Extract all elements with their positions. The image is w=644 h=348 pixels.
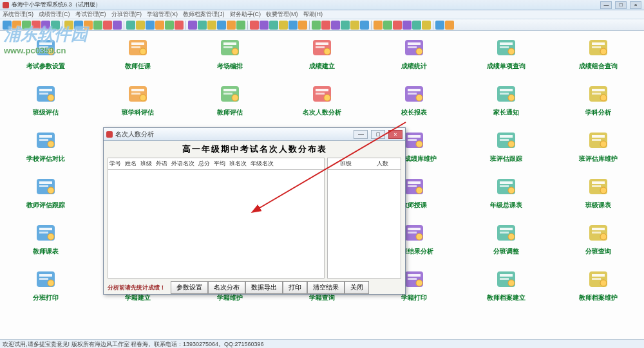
teacher-file-create-item[interactable]: 教师档案建立 xyxy=(460,268,552,314)
principal-report-item[interactable]: 校长报表 xyxy=(368,82,460,129)
toolbar-button[interactable] xyxy=(175,21,184,30)
toolbar-button[interactable] xyxy=(374,21,383,30)
svg-rect-129 xyxy=(592,274,605,277)
score-create-item[interactable]: 成绩建立 xyxy=(276,36,368,82)
toolbar-button[interactable] xyxy=(165,21,174,30)
toolbar-button[interactable] xyxy=(289,21,298,30)
close-button[interactable]: × xyxy=(630,1,641,9)
toolbar-button[interactable] xyxy=(445,21,454,30)
teacher-eval-item[interactable]: 教师评估 xyxy=(184,82,276,129)
toolbar-button[interactable] xyxy=(250,21,259,30)
school-compare-item[interactable]: 学校评估对比 xyxy=(0,129,92,175)
toolbar-button[interactable] xyxy=(402,21,412,30)
toolbar-button[interactable] xyxy=(198,21,207,30)
toolbar-button[interactable] xyxy=(236,21,245,30)
svg-point-35 xyxy=(140,95,146,101)
toolbar-button[interactable] xyxy=(217,21,226,30)
menu-item[interactable]: 分班管理(F) xyxy=(111,10,142,19)
toolbar-button[interactable] xyxy=(207,21,216,30)
menu-item[interactable]: 教师档案管理(J) xyxy=(183,10,225,19)
menu-item[interactable]: 成绩管理(C) xyxy=(39,10,70,19)
toolbar-button[interactable] xyxy=(84,21,93,30)
menu-item[interactable]: 收费管理(M) xyxy=(266,10,298,19)
svg-point-91 xyxy=(48,234,54,240)
class-eval-item[interactable]: 班级评估 xyxy=(0,82,92,129)
toolbar-button[interactable] xyxy=(341,21,350,30)
icon-label: 名次人数分析 xyxy=(303,108,341,117)
teacher-track-item[interactable]: 教师评估跟踪 xyxy=(0,175,92,221)
dialog-关闭-button[interactable]: 关闭 xyxy=(345,281,369,294)
toolbar-button[interactable] xyxy=(360,21,369,30)
score-single-query-item[interactable]: 成绩单项查询 xyxy=(460,36,552,82)
exam-params-item[interactable]: 考试参数设置 xyxy=(0,36,92,82)
divide-print-item[interactable]: 分班打印 xyxy=(0,268,92,314)
dialog-maximize-button[interactable]: □ xyxy=(371,130,385,139)
toolbar-button[interactable] xyxy=(64,21,73,30)
toolbar-button[interactable] xyxy=(422,21,431,30)
toolbar-button[interactable] xyxy=(113,21,122,30)
toolbar-button[interactable] xyxy=(260,21,269,30)
menu-item[interactable]: 系统管理(S) xyxy=(3,10,33,19)
class-track-item[interactable]: 班评估跟踪 xyxy=(460,129,552,175)
toolbar-button[interactable] xyxy=(146,21,155,30)
dialog-名次分布-button[interactable]: 名次分布 xyxy=(208,281,245,294)
toolbar-button[interactable] xyxy=(188,21,197,30)
score-stats-icon xyxy=(402,36,426,59)
menu-item[interactable]: 财务助手(C) xyxy=(230,10,261,19)
toolbar-button[interactable] xyxy=(435,21,444,30)
toolbar-button[interactable] xyxy=(41,21,50,30)
toolbar-button[interactable] xyxy=(227,21,236,30)
svg-rect-34 xyxy=(131,93,140,95)
dialog-打印-button[interactable]: 打印 xyxy=(283,281,307,294)
svg-rect-125 xyxy=(500,274,513,277)
toolbar-button[interactable] xyxy=(51,21,60,30)
minimize-button[interactable]: — xyxy=(600,1,612,9)
toolbar-button[interactable] xyxy=(136,21,145,30)
grade-schedule-item[interactable]: 年级总课表 xyxy=(460,175,552,221)
toolbar-button[interactable] xyxy=(32,21,41,30)
toolbar-button[interactable] xyxy=(74,21,83,30)
dialog-参数设置-button[interactable]: 参数设置 xyxy=(171,281,208,294)
teacher-file-maintain-item[interactable]: 教师档案维护 xyxy=(552,268,644,314)
dialog-minimize-button[interactable]: — xyxy=(354,130,368,139)
toolbar-button[interactable] xyxy=(312,21,321,30)
toolbar-button[interactable] xyxy=(350,21,359,30)
toolbar-button[interactable] xyxy=(269,21,278,30)
teacher-assign-item[interactable]: 教师任课 xyxy=(92,36,184,82)
toolbar-button[interactable] xyxy=(279,21,288,30)
maximize-button[interactable]: □ xyxy=(615,1,627,9)
score-stats-item[interactable]: 成绩统计 xyxy=(368,36,460,82)
toolbar-button[interactable] xyxy=(93,21,102,30)
toolbar-button[interactable] xyxy=(126,21,135,30)
parent-notice-item[interactable]: 家长通知 xyxy=(460,82,552,129)
toolbar-button[interactable] xyxy=(3,21,12,30)
class-schedule-item[interactable]: 班级课表 xyxy=(552,175,644,221)
svg-rect-33 xyxy=(131,89,144,91)
class-eval-db-item[interactable]: 班评估库维护 xyxy=(552,129,644,175)
score-combo-query-item[interactable]: 成绩组合查询 xyxy=(552,36,644,82)
toolbar-button[interactable] xyxy=(331,21,340,30)
toolbar-button[interactable] xyxy=(155,21,164,30)
toolbar-button[interactable] xyxy=(383,21,392,30)
class-subject-eval-item[interactable]: 班学科评估 xyxy=(92,82,184,129)
exam-room-item[interactable]: 考场编排 xyxy=(184,36,276,82)
toolbar-button[interactable] xyxy=(412,21,421,30)
toolbar-button[interactable] xyxy=(103,21,112,30)
toolbar-button[interactable] xyxy=(321,21,330,30)
dialog-close-button[interactable]: × xyxy=(388,130,402,139)
subject-analysis-item[interactable]: 学科分析 xyxy=(552,82,644,129)
menu-item[interactable]: 帮助(H) xyxy=(303,10,323,19)
menu-item[interactable]: 学籍管理(X) xyxy=(147,10,178,19)
toolbar-button[interactable] xyxy=(22,21,31,30)
rank-count-item[interactable]: 名次人数分析 xyxy=(276,82,368,129)
toolbar-button[interactable] xyxy=(393,21,402,30)
teacher-schedule-item[interactable]: 教师课表 xyxy=(0,221,92,268)
menu-item[interactable]: 考试管理(E) xyxy=(75,10,106,19)
svg-rect-22 xyxy=(500,46,509,48)
divide-query-item[interactable]: 分班查询 xyxy=(552,221,644,268)
toolbar-button[interactable] xyxy=(12,21,21,30)
divide-adjust-item[interactable]: 分班调整 xyxy=(460,221,552,268)
dialog-清空结果-button[interactable]: 清空结果 xyxy=(307,281,345,294)
toolbar-button[interactable] xyxy=(298,21,307,30)
dialog-数据导出-button[interactable]: 数据导出 xyxy=(245,281,283,294)
